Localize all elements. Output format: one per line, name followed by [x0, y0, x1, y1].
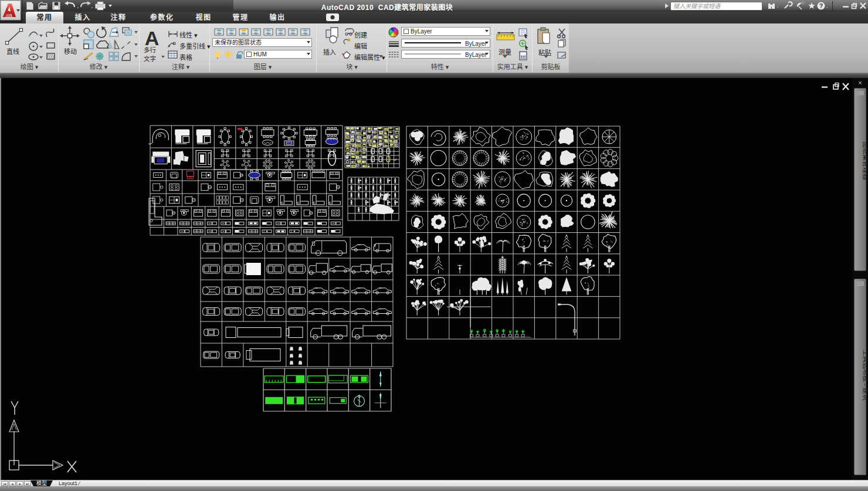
- svg-text:A: A: [145, 27, 160, 49]
- svg-text:工具选项板 - 建筑: 工具选项板 - 建筑: [862, 350, 867, 401]
- svg-text:图纸集管理器: 图纸集管理器: [862, 141, 867, 180]
- svg-text:?: ?: [819, 3, 823, 9]
